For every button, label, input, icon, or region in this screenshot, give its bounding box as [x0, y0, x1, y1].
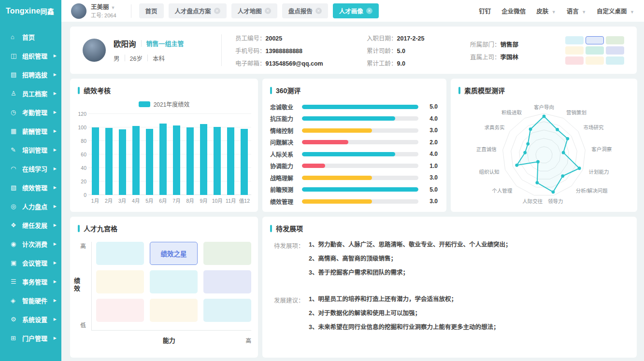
mini-grid-cell-6[interactable]: [565, 56, 584, 65]
sidebar-item-label: 考勤管理: [22, 108, 54, 117]
development-item: 2、高情商、高智商的顶级销售；: [309, 255, 625, 263]
tab-盘点报告[interactable]: 盘点报告×: [282, 3, 328, 18]
bar-6月: [159, 124, 167, 195]
app-root: Tongxine同鑫 ⌂首页◫组织管理▶▤招聘选拔▶♙员工档案▶◷考勤管理▶▦薪…: [0, 0, 644, 361]
section-marker: [458, 87, 460, 94]
tab-人才盘点方案[interactable]: 人才盘点方案×: [169, 3, 227, 18]
chevron-right-icon: ▶: [54, 148, 57, 152]
assessment-value: 3.0: [425, 198, 438, 205]
sidebar-item-affairs[interactable]: ☰事务管理▶: [0, 272, 61, 291]
employee-title[interactable]: 销售一组主管: [146, 39, 184, 48]
sidebar-item-performance[interactable]: ▧绩效管理▶: [0, 178, 61, 197]
sidebar-item-home[interactable]: ⌂首页: [0, 28, 61, 46]
consumption-icon: ◉: [11, 240, 18, 248]
sidebar-item-meeting[interactable]: ▣会议管理▶: [0, 253, 61, 272]
mini-grid-cell-8[interactable]: [606, 56, 624, 65]
radar-point-积极进取: [529, 127, 532, 131]
user-info[interactable]: 王美丽▼ 工号: 2064: [91, 3, 116, 19]
topbar-link-语言[interactable]: 语言 ▼: [567, 6, 586, 15]
sidebar-item-label: 组织管理: [22, 51, 54, 60]
mini-grid-cell-3[interactable]: [565, 46, 584, 55]
nine-grid-cell-7[interactable]: [150, 299, 198, 322]
development-group-label: 待发展项：: [274, 241, 309, 283]
chevron-right-icon: ▶: [54, 72, 57, 77]
nine-grid-cell-0[interactable]: [96, 242, 144, 265]
chevron-down-icon[interactable]: ▼: [111, 5, 115, 10]
tab-人才画像[interactable]: 人才画像×: [333, 3, 379, 18]
mini-nine-grid[interactable]: [565, 36, 624, 65]
development-item: 3、善于挖掘客户需求和团队的需求；: [309, 269, 625, 277]
employee-field: 累计司龄：5.0: [367, 46, 468, 55]
sidebar-item-portal[interactable]: ⊞门户管理▶: [0, 329, 61, 347]
assessment-fill: [302, 187, 418, 192]
field-value: 2017-2-25: [397, 35, 425, 42]
tab-首页[interactable]: 首页: [139, 3, 164, 18]
nine-grid-cell-6[interactable]: [96, 299, 144, 322]
nine-grid-cell-4[interactable]: [150, 270, 198, 293]
bar-8月: [186, 127, 194, 195]
sidebar-item-succession[interactable]: ❖继任发展▶: [0, 216, 61, 235]
radar-point-市场研究: [566, 137, 569, 140]
app-logo[interactable]: Tongxine同鑫: [0, 0, 61, 22]
logo-en: Tongxine: [6, 7, 41, 15]
close-icon[interactable]: ×: [265, 8, 271, 14]
sidebar-item-hardware[interactable]: ◈智能硬件▶: [0, 291, 61, 310]
mini-grid-cell-2[interactable]: [606, 36, 624, 44]
x-tick-label: 2月: [102, 197, 115, 204]
chevron-right-icon: ▶: [54, 204, 57, 208]
x-axis-label: 能力: [92, 335, 246, 345]
close-icon[interactable]: ×: [214, 8, 220, 14]
sidebar-nav: ⌂首页◫组织管理▶▤招聘选拔▶♙员工档案▶◷考勤管理▶▦薪酬管理▶✎培训管理▶◠…: [0, 22, 61, 347]
assessment-track: [302, 105, 418, 109]
sidebar-item-online-learning[interactable]: ◠在线学习▶: [0, 159, 61, 178]
divider: [125, 55, 125, 61]
topbar-link-企业微信[interactable]: 企业微信: [501, 6, 526, 15]
sidebar-item-consumption[interactable]: ◉计次消费▶: [0, 235, 61, 253]
affairs-icon: ☰: [11, 278, 18, 285]
x-tick-label: 8月: [184, 197, 197, 204]
sidebar-item-org[interactable]: ◫组织管理▶: [0, 46, 61, 65]
nine-grid-cell-2[interactable]: [203, 242, 251, 265]
bar-7月: [173, 125, 180, 195]
nine-grid-cell-5[interactable]: [203, 270, 251, 293]
tab-人才地图[interactable]: 人才地图×: [231, 3, 277, 18]
portal-icon: ⊞: [11, 334, 18, 342]
assessment-label: 绩效管理: [270, 197, 300, 206]
development-body: 待发展项：1、努力勤奋、人脉广泛、思路清晰、敬业专业、开拓行业、个人业绩突出；2…: [262, 233, 637, 337]
mini-grid-cell-4[interactable]: [586, 46, 604, 55]
charts-row: 绩效考核 2021年度绩效 020406080100120 1月2月3月4月5月…: [70, 79, 637, 212]
mini-grid-cell-1[interactable]: [586, 36, 604, 44]
nine-grid-cell-8[interactable]: [203, 299, 251, 322]
topbar-link-皮肤[interactable]: 皮肤 ▼: [536, 6, 556, 15]
sidebar-item-recruit[interactable]: ▤招聘选拔▶: [0, 65, 61, 84]
bar-值12: [241, 129, 248, 195]
assessment-value: 4.0: [425, 115, 438, 122]
mini-grid-cell-7[interactable]: [586, 56, 604, 65]
nine-grid-card: 人才九宫格 高 绩效 低 绩效之星 能力 高: [70, 217, 258, 358]
assessment-value: 5.0: [425, 186, 438, 193]
assessment-track: [302, 128, 418, 133]
y-tick-label: 40: [81, 165, 86, 171]
topbar-divider: [131, 4, 131, 18]
mini-grid-cell-0[interactable]: [565, 36, 584, 44]
topbar-link-钉钉[interactable]: 钉钉: [479, 6, 491, 15]
field-value: 13988888888: [266, 48, 302, 55]
topbar-link-自定义桌面[interactable]: 自定义桌面 ▼: [597, 6, 634, 15]
close-icon[interactable]: ×: [366, 8, 372, 14]
tab-label: 人才盘点方案: [175, 6, 211, 15]
assessment-fill: [302, 176, 372, 180]
bar-5月: [146, 129, 153, 195]
chart-legend[interactable]: 2021年度绩效: [70, 100, 258, 108]
sidebar-item-employee-file[interactable]: ♙员工档案▶: [0, 84, 61, 103]
mini-grid-cell-5[interactable]: [606, 46, 624, 55]
user-avatar[interactable]: [71, 3, 86, 19]
sidebar-item-talent-review[interactable]: ◎人力盘点▶: [0, 197, 61, 216]
sidebar-item-settings[interactable]: ⚙系统设置▶: [0, 310, 61, 329]
sidebar-item-training[interactable]: ✎培训管理▶: [0, 140, 61, 159]
sidebar-item-salary[interactable]: ▦薪酬管理▶: [0, 122, 61, 140]
nine-grid-cell-3[interactable]: [96, 270, 144, 293]
sidebar-item-attendance[interactable]: ◷考勤管理▶: [0, 103, 61, 122]
close-icon[interactable]: ×: [315, 8, 322, 14]
nine-grid-cell-1[interactable]: 绩效之星: [150, 242, 198, 265]
assessment-fill: [302, 128, 372, 133]
